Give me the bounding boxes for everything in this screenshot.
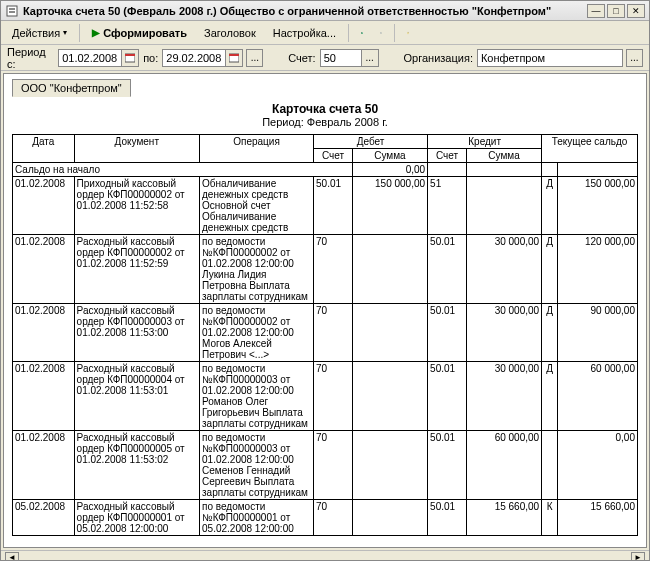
org-input[interactable] xyxy=(477,49,623,67)
period-to-label: по: xyxy=(143,52,158,64)
svg-rect-4 xyxy=(361,32,362,33)
restore-icon[interactable] xyxy=(373,25,389,41)
separator xyxy=(394,24,395,42)
play-icon: ▶ xyxy=(92,27,100,38)
svg-rect-1 xyxy=(9,8,15,10)
svg-rect-8 xyxy=(125,54,135,56)
table-row[interactable]: 05.02.2008Расходный кассовый ордер КФП00… xyxy=(13,500,638,536)
account-input[interactable] xyxy=(320,49,362,67)
filter-bar: Период с: по: ... Счет: ... Организация:… xyxy=(1,45,649,71)
actions-menu[interactable]: Действия ▾ xyxy=(5,23,74,43)
col-doc: Документ xyxy=(74,135,199,163)
account-label: Счет: xyxy=(288,52,315,64)
table-row[interactable]: 01.02.2008Расходный кассовый ордер КФП00… xyxy=(13,362,638,431)
col-op: Операция xyxy=(200,135,314,163)
period-from-input[interactable] xyxy=(58,49,122,67)
calendar-icon[interactable] xyxy=(121,49,139,67)
svg-rect-10 xyxy=(229,54,239,56)
period-to-input[interactable] xyxy=(162,49,226,67)
col-credit-sum: Сумма xyxy=(466,149,541,163)
actions-label: Действия xyxy=(12,27,60,39)
period-from-label: Период с: xyxy=(7,46,54,70)
table-row[interactable]: 01.02.2008Расходный кассовый ордер КФП00… xyxy=(13,235,638,304)
col-debit-sum: Сумма xyxy=(352,149,427,163)
scroll-left-button[interactable]: ◄ xyxy=(5,552,19,562)
titlebar: Карточка счета 50 (Февраль 2008 г.) Обще… xyxy=(1,1,649,21)
org-ellipsis-button[interactable]: ... xyxy=(626,49,643,67)
svg-rect-2 xyxy=(9,11,15,13)
period-ellipsis-button[interactable]: ... xyxy=(246,49,263,67)
scroll-right-button[interactable]: ► xyxy=(631,552,645,562)
minimize-button[interactable]: — xyxy=(587,4,605,18)
header-button[interactable]: Заголовок xyxy=(197,23,263,43)
generate-button[interactable]: ▶ Сформировать xyxy=(85,23,194,43)
col-debit-acct: Счет xyxy=(314,149,353,163)
col-credit: Кредит xyxy=(428,135,542,149)
window-title: Карточка счета 50 (Февраль 2008 г.) Обще… xyxy=(23,5,583,17)
app-icon xyxy=(5,4,19,18)
separator xyxy=(348,24,349,42)
close-button[interactable]: ✕ xyxy=(627,4,645,18)
generate-label: Сформировать xyxy=(103,27,187,39)
col-date: Дата xyxy=(13,135,75,163)
separator xyxy=(79,24,80,42)
report-table: Дата Документ Операция Дебет Кредит Теку… xyxy=(12,134,638,536)
toolbar: Действия ▾ ▶ Сформировать Заголовок Наст… xyxy=(1,21,649,45)
col-balance: Текущее сальдо xyxy=(542,135,638,163)
account-ellipsis-button[interactable]: ... xyxy=(361,49,379,67)
maximize-button[interactable]: □ xyxy=(607,4,625,18)
report-viewport[interactable]: ООО "Конфетпром" Карточка счета 50 Перио… xyxy=(3,73,647,548)
statusbar: ◄ ► xyxy=(1,550,649,561)
save-icon[interactable] xyxy=(354,25,370,41)
report-title: Карточка счета 50 xyxy=(12,102,638,116)
chevron-down-icon: ▾ xyxy=(63,28,67,37)
table-row[interactable]: 01.02.2008Расходный кассовый ордер КФП00… xyxy=(13,304,638,362)
help-icon[interactable]: ? xyxy=(400,25,416,41)
settings-button[interactable]: Настройка... xyxy=(266,23,343,43)
calendar-icon[interactable] xyxy=(225,49,243,67)
col-credit-acct: Счет xyxy=(428,149,467,163)
header-label: Заголовок xyxy=(204,27,256,39)
settings-label: Настройка... xyxy=(273,27,336,39)
org-label: Организация: xyxy=(404,52,473,64)
opening-balance-row: Сальдо на начало 0,00 xyxy=(13,163,638,177)
sheet-tab[interactable]: ООО "Конфетпром" xyxy=(12,79,131,97)
table-row[interactable]: 01.02.2008Приходный кассовый ордер КФП00… xyxy=(13,177,638,235)
col-debit: Дебет xyxy=(314,135,428,149)
table-row[interactable]: 01.02.2008Расходный кассовый ордер КФП00… xyxy=(13,431,638,500)
report-subtitle: Период: Февраль 2008 г. xyxy=(12,116,638,128)
